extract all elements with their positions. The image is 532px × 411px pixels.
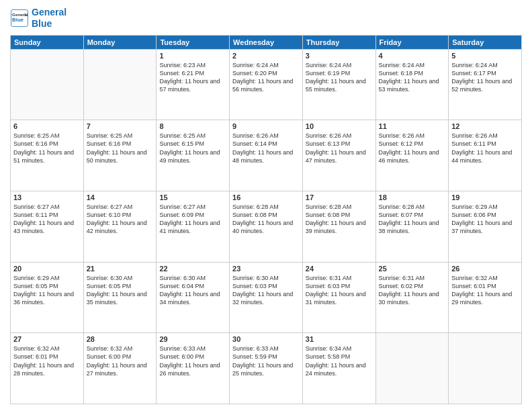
calendar-cell: 4Sunrise: 6:24 AM Sunset: 6:18 PM Daylig… <box>375 49 449 120</box>
day-info: Sunrise: 6:26 AM Sunset: 6:14 PM Dayligh… <box>232 132 300 165</box>
calendar-cell: 31Sunrise: 6:34 AM Sunset: 5:58 PM Dayli… <box>302 333 375 404</box>
weekday-header-wednesday: Wednesday <box>230 35 303 49</box>
day-number: 2 <box>232 52 300 60</box>
calendar-cell: 24Sunrise: 6:31 AM Sunset: 6:03 PM Dayli… <box>302 262 375 333</box>
day-number: 6 <box>13 122 81 130</box>
day-number: 16 <box>232 193 300 201</box>
calendar-cell <box>375 333 449 404</box>
day-number: 18 <box>379 193 446 201</box>
day-info: Sunrise: 6:27 AM Sunset: 6:09 PM Dayligh… <box>159 203 226 236</box>
day-info: Sunrise: 6:24 AM Sunset: 6:18 PM Dayligh… <box>379 61 446 94</box>
calendar-cell: 7Sunrise: 6:25 AM Sunset: 6:16 PM Daylig… <box>83 120 157 191</box>
day-number: 17 <box>306 193 373 201</box>
calendar-cell: 22Sunrise: 6:30 AM Sunset: 6:04 PM Dayli… <box>157 262 230 333</box>
day-number: 23 <box>232 265 300 273</box>
day-info: Sunrise: 6:27 AM Sunset: 6:10 PM Dayligh… <box>87 203 154 236</box>
calendar-cell: 23Sunrise: 6:30 AM Sunset: 6:03 PM Dayli… <box>230 262 303 333</box>
day-info: Sunrise: 6:25 AM Sunset: 6:16 PM Dayligh… <box>87 132 154 165</box>
calendar-week-row: 13Sunrise: 6:27 AM Sunset: 6:11 PM Dayli… <box>11 191 522 262</box>
day-info: Sunrise: 6:28 AM Sunset: 6:07 PM Dayligh… <box>379 203 446 236</box>
day-info: Sunrise: 6:32 AM Sunset: 6:01 PM Dayligh… <box>13 345 81 377</box>
calendar-cell: 18Sunrise: 6:28 AM Sunset: 6:07 PM Dayli… <box>375 191 449 262</box>
day-number: 31 <box>306 335 373 343</box>
day-info: Sunrise: 6:24 AM Sunset: 6:19 PM Dayligh… <box>306 61 373 94</box>
calendar-cell: 19Sunrise: 6:29 AM Sunset: 6:06 PM Dayli… <box>449 191 522 262</box>
calendar-cell: 21Sunrise: 6:30 AM Sunset: 6:05 PM Dayli… <box>83 262 157 333</box>
logo-text: General Blue <box>32 7 66 30</box>
day-number: 3 <box>306 52 373 60</box>
day-info: Sunrise: 6:30 AM Sunset: 6:05 PM Dayligh… <box>87 274 154 307</box>
day-number: 19 <box>451 193 519 201</box>
calendar-cell: 27Sunrise: 6:32 AM Sunset: 6:01 PM Dayli… <box>11 333 84 404</box>
day-number: 15 <box>159 193 226 201</box>
day-number: 14 <box>87 193 154 201</box>
day-number: 5 <box>451 52 519 60</box>
day-number: 4 <box>379 52 446 60</box>
day-number: 7 <box>87 122 154 130</box>
day-number: 26 <box>451 265 519 273</box>
weekday-header-sunday: Sunday <box>11 35 84 49</box>
calendar-cell: 10Sunrise: 6:26 AM Sunset: 6:13 PM Dayli… <box>302 120 375 191</box>
day-number: 1 <box>159 52 226 60</box>
calendar-week-row: 6Sunrise: 6:25 AM Sunset: 6:16 PM Daylig… <box>11 120 522 191</box>
day-info: Sunrise: 6:26 AM Sunset: 6:12 PM Dayligh… <box>379 132 446 165</box>
calendar-cell: 13Sunrise: 6:27 AM Sunset: 6:11 PM Dayli… <box>11 191 84 262</box>
day-number: 11 <box>379 122 446 130</box>
calendar-cell: 3Sunrise: 6:24 AM Sunset: 6:19 PM Daylig… <box>302 49 375 120</box>
day-info: Sunrise: 6:29 AM Sunset: 6:06 PM Dayligh… <box>451 203 519 236</box>
calendar-week-row: 20Sunrise: 6:29 AM Sunset: 6:05 PM Dayli… <box>11 262 522 333</box>
calendar-cell: 9Sunrise: 6:26 AM Sunset: 6:14 PM Daylig… <box>230 120 303 191</box>
day-info: Sunrise: 6:25 AM Sunset: 6:16 PM Dayligh… <box>13 132 81 165</box>
calendar-cell <box>83 49 157 120</box>
day-info: Sunrise: 6:23 AM Sunset: 6:21 PM Dayligh… <box>159 61 226 94</box>
day-info: Sunrise: 6:26 AM Sunset: 6:13 PM Dayligh… <box>306 132 373 165</box>
day-number: 22 <box>159 265 226 273</box>
svg-text:Blue: Blue <box>12 16 24 22</box>
calendar-cell: 11Sunrise: 6:26 AM Sunset: 6:12 PM Dayli… <box>375 120 449 191</box>
day-number: 29 <box>159 335 226 343</box>
day-number: 9 <box>232 122 300 130</box>
calendar-cell: 8Sunrise: 6:25 AM Sunset: 6:15 PM Daylig… <box>157 120 230 191</box>
day-number: 13 <box>13 193 81 201</box>
day-number: 8 <box>159 122 226 130</box>
calendar-cell: 20Sunrise: 6:29 AM Sunset: 6:05 PM Dayli… <box>11 262 84 333</box>
weekday-header-saturday: Saturday <box>449 35 522 49</box>
day-number: 27 <box>13 335 81 343</box>
header: General Blue General Blue <box>10 7 522 30</box>
day-info: Sunrise: 6:28 AM Sunset: 6:08 PM Dayligh… <box>232 203 300 236</box>
logo-icon: General Blue <box>10 9 29 28</box>
day-info: Sunrise: 6:33 AM Sunset: 5:59 PM Dayligh… <box>232 345 300 377</box>
day-info: Sunrise: 6:30 AM Sunset: 6:03 PM Dayligh… <box>232 274 300 307</box>
day-number: 20 <box>13 265 81 273</box>
calendar-cell: 17Sunrise: 6:28 AM Sunset: 6:08 PM Dayli… <box>302 191 375 262</box>
weekday-header-thursday: Thursday <box>302 35 375 49</box>
day-info: Sunrise: 6:28 AM Sunset: 6:08 PM Dayligh… <box>306 203 373 236</box>
calendar-cell: 25Sunrise: 6:31 AM Sunset: 6:02 PM Dayli… <box>375 262 449 333</box>
calendar-cell: 26Sunrise: 6:32 AM Sunset: 6:01 PM Dayli… <box>449 262 522 333</box>
day-info: Sunrise: 6:32 AM Sunset: 6:00 PM Dayligh… <box>87 345 154 377</box>
day-info: Sunrise: 6:24 AM Sunset: 6:17 PM Dayligh… <box>451 61 519 94</box>
weekday-header-monday: Monday <box>83 35 157 49</box>
calendar-week-row: 27Sunrise: 6:32 AM Sunset: 6:01 PM Dayli… <box>11 333 522 404</box>
calendar-cell: 6Sunrise: 6:25 AM Sunset: 6:16 PM Daylig… <box>11 120 84 191</box>
day-number: 12 <box>451 122 519 130</box>
day-info: Sunrise: 6:25 AM Sunset: 6:15 PM Dayligh… <box>159 132 226 165</box>
calendar-cell: 29Sunrise: 6:33 AM Sunset: 6:00 PM Dayli… <box>157 333 230 404</box>
calendar-cell: 15Sunrise: 6:27 AM Sunset: 6:09 PM Dayli… <box>157 191 230 262</box>
day-info: Sunrise: 6:31 AM Sunset: 6:02 PM Dayligh… <box>379 274 446 307</box>
weekday-header-row: SundayMondayTuesdayWednesdayThursdayFrid… <box>11 35 522 49</box>
day-number: 21 <box>87 265 154 273</box>
day-number: 30 <box>232 335 300 343</box>
day-info: Sunrise: 6:30 AM Sunset: 6:04 PM Dayligh… <box>159 274 226 307</box>
day-number: 24 <box>306 265 373 273</box>
day-number: 28 <box>87 335 154 343</box>
calendar-cell: 12Sunrise: 6:26 AM Sunset: 6:11 PM Dayli… <box>449 120 522 191</box>
calendar-cell: 14Sunrise: 6:27 AM Sunset: 6:10 PM Dayli… <box>83 191 157 262</box>
day-info: Sunrise: 6:26 AM Sunset: 6:11 PM Dayligh… <box>451 132 519 165</box>
calendar-week-row: 1Sunrise: 6:23 AM Sunset: 6:21 PM Daylig… <box>11 49 522 120</box>
calendar-table: SundayMondayTuesdayWednesdayThursdayFrid… <box>10 35 522 404</box>
day-number: 25 <box>379 265 446 273</box>
calendar-cell: 16Sunrise: 6:28 AM Sunset: 6:08 PM Dayli… <box>230 191 303 262</box>
calendar-cell <box>449 333 522 404</box>
page: General Blue General Blue SundayMondayTu… <box>0 0 532 411</box>
